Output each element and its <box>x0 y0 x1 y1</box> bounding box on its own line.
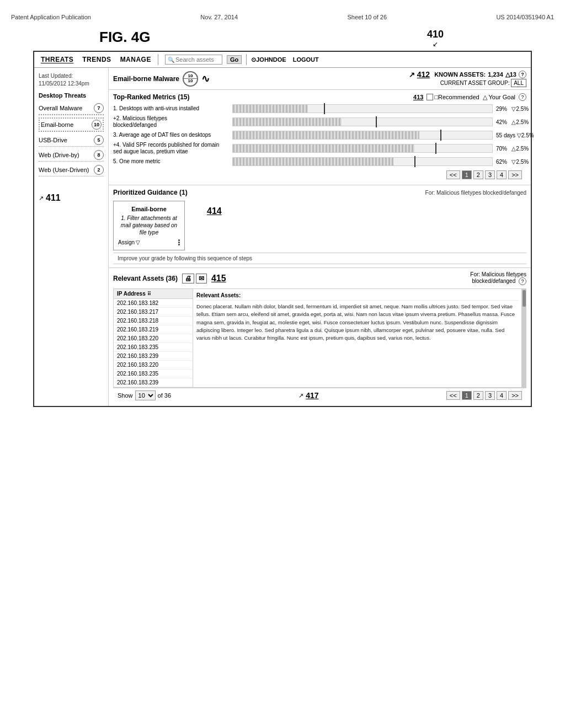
main-content: Last Updated: 11/05/2012 12:34pm Desktop… <box>34 68 531 406</box>
dot-1 <box>178 239 180 241</box>
metrics-pagination: << 1 2 3 4 >> <box>113 168 526 181</box>
metric-5-value: 62% ▽2.5% <box>496 159 526 165</box>
assets-page-2[interactable]: 2 <box>473 391 483 400</box>
search-icon: 🔍 <box>168 57 174 63</box>
dots-icon[interactable] <box>178 239 180 245</box>
guidance-for: For: Malicious filetypes blocked/defange… <box>425 190 526 196</box>
assets-table-area: IP Address ⠿ 202.160.183.182 202.160.183… <box>113 288 526 388</box>
nav-threats[interactable]: THREATS <box>39 55 76 65</box>
fig-410-label: 410 <box>427 29 444 40</box>
top-info-bar: Email-borne Malware 10 10 ∿ ↗ 412 KNOWN … <box>109 68 531 90</box>
metric-row-3: 3. Average age of DAT files on desktops … <box>113 131 526 140</box>
guidance-title: Prioritized Guidance (1) <box>113 189 188 196</box>
metric-4-marker <box>435 143 436 154</box>
sidebar-item-usb-drive[interactable]: USB-Drive 5 <box>39 134 104 147</box>
known-assets-help[interactable]: ? <box>519 71 526 78</box>
current-group-value[interactable]: ALL <box>511 79 526 87</box>
metric-1-value: 29% ▽2.5% <box>496 106 526 112</box>
nav-user[interactable]: ⊙JOHNDOE <box>251 56 286 63</box>
assets-section: Relevant Assets (36) 🖨 ✉ 415 For: Malici… <box>109 268 531 406</box>
guidance-card-steps: 1. Filter attachments at mail gateway ba… <box>118 215 180 236</box>
metrics-page-3[interactable]: 3 <box>485 170 495 179</box>
metric-3-value: 55 days ▽2.5% <box>496 132 526 138</box>
recommended-checkbox-box <box>427 94 433 100</box>
ip-row-3[interactable]: 202.160.183.218 <box>114 317 193 325</box>
ip-row-7[interactable]: 202.160.183.239 <box>114 352 193 361</box>
metric-1-marker <box>324 103 325 114</box>
ip-row-5[interactable]: 202.160.183.220 <box>114 334 193 343</box>
nav-trends[interactable]: TRENDS <box>80 55 113 65</box>
patent-header: Patent Application Publication Nov. 27, … <box>11 11 554 23</box>
metrics-help[interactable]: ? <box>519 93 526 101</box>
assets-page-3[interactable]: 3 <box>485 391 495 400</box>
relevant-assets-header: Relevant Assets: <box>196 292 518 301</box>
last-updated-value: 11/05/2012 12:34pm <box>39 81 89 87</box>
ip-row-1[interactable]: 202.160.183.182 <box>114 299 193 308</box>
assign-symbol: ▽ <box>136 239 140 245</box>
metric-3-bar-fill <box>233 131 419 139</box>
ip-header: IP Address ⠿ <box>114 289 193 299</box>
metrics-page-prev[interactable]: << <box>446 170 460 179</box>
print-icon[interactable]: 🖨 <box>182 274 194 283</box>
assign-btn[interactable]: Assign ▽ <box>118 239 140 245</box>
metric-1-bar <box>232 104 493 113</box>
guidance-cards-area: Email-borne 1. Filter attachments at mai… <box>113 201 526 250</box>
metric-5-bar-fill <box>233 158 393 165</box>
metrics-page-next[interactable]: >> <box>508 170 522 179</box>
guidance-card-1: Email-borne 1. Filter attachments at mai… <box>113 201 185 250</box>
guidance-assign: Assign ▽ <box>118 239 180 245</box>
assets-page-1[interactable]: 1 <box>462 391 472 400</box>
metrics-page-1[interactable]: 1 <box>462 170 472 179</box>
sidebar-item-web-userdriven-label: Web (User-Driven) <box>39 167 92 173</box>
metric-row-4: +4. Valid SPF records published for doma… <box>113 142 526 155</box>
assets-page-next[interactable]: >> <box>508 391 522 400</box>
nav-logout[interactable]: LOGOUT <box>293 56 319 63</box>
fig-410-arrow: ↙ <box>433 40 438 48</box>
sidebar-item-web-userdriven[interactable]: Web (User-Driven) 2 <box>39 164 104 176</box>
recommended-checkbox[interactable]: □Recommended <box>427 94 479 100</box>
counter-bottom: 10 <box>184 78 197 83</box>
ip-row-2[interactable]: 202.160.183.217 <box>114 308 193 317</box>
assign-label: Assign <box>118 239 135 245</box>
sidebar-item-web-driveby[interactable]: Web (Drive-by) 8 <box>39 149 104 162</box>
search-input[interactable] <box>175 56 220 63</box>
sidebar-badge-web-driveby: 8 <box>94 150 104 160</box>
scrollbar-thumb[interactable] <box>523 290 526 307</box>
nav-divider-2 <box>246 54 247 65</box>
wave-icon: ∿ <box>201 73 210 85</box>
metrics-page-2[interactable]: 2 <box>473 170 483 179</box>
metric-2-label: +2. Malicious filetypesblocked/defanged <box>113 115 229 129</box>
metric-3-bar <box>232 131 493 140</box>
sidebar-item-web-driveby-label: Web (Drive-by) <box>39 152 92 158</box>
ip-row-4[interactable]: 202.160.183.219 <box>114 325 193 334</box>
fig-417-area: ↗ 417 <box>299 391 318 400</box>
sidebar-item-overall-malware[interactable]: Overall Malware 7 <box>39 102 104 115</box>
metric-5-marker <box>414 156 415 167</box>
ip-row-10[interactable]: 202.160.183.239 <box>114 378 193 387</box>
show-label: Show <box>118 392 133 399</box>
fig-header: FIG. 4G 410 ↙ <box>11 29 554 48</box>
fig-414: 414 <box>207 206 222 216</box>
sidebar-item-usb-drive-label: USB-Drive <box>39 137 92 143</box>
show-select[interactable]: 10 25 50 <box>135 390 156 400</box>
metrics-page-4[interactable]: 4 <box>497 170 507 179</box>
assets-page-prev[interactable]: << <box>446 391 460 400</box>
right-panel: Email-borne Malware 10 10 ∿ ↗ 412 KNOWN … <box>109 68 531 406</box>
ip-row-9[interactable]: 202.160.183.235 <box>114 370 193 378</box>
fig-label: FIG. 4G <box>99 29 150 46</box>
assets-page-4[interactable]: 4 <box>497 391 507 400</box>
metric-1-label: 1. Desktops with anti-virus installed <box>113 105 229 112</box>
ip-row-6[interactable]: 202.160.183.235 <box>114 343 193 352</box>
email-icon[interactable]: ✉ <box>196 274 207 283</box>
scrollbar[interactable] <box>522 288 526 388</box>
metric-5-bar <box>232 157 493 166</box>
last-updated: Last Updated: 11/05/2012 12:34pm <box>39 72 104 88</box>
ip-header-label: IP Address <box>117 291 146 297</box>
patent-number: US 2014/0351940 A1 <box>496 14 554 20</box>
patent-title: Patent Application Publication <box>11 14 91 20</box>
nav-manage[interactable]: MANAGE <box>118 55 153 65</box>
sidebar-item-email-borne[interactable]: Email-borne 10 <box>39 117 104 132</box>
assets-help[interactable]: ? <box>519 277 526 285</box>
ip-row-8[interactable]: 202.160.183.220 <box>114 361 193 370</box>
go-button[interactable]: Go <box>227 55 242 64</box>
